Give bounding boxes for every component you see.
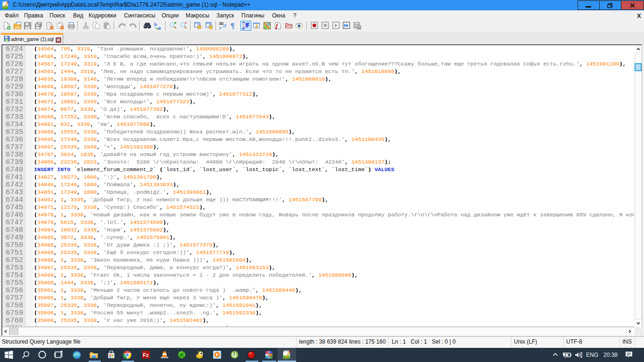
- svg-text:b: b: [154, 22, 157, 27]
- svg-text:¶: ¶: [231, 22, 235, 30]
- svg-text:uc: uc: [358, 26, 362, 29]
- svg-text:Fz: Fz: [143, 352, 149, 358]
- svg-text:a: a: [158, 25, 161, 30]
